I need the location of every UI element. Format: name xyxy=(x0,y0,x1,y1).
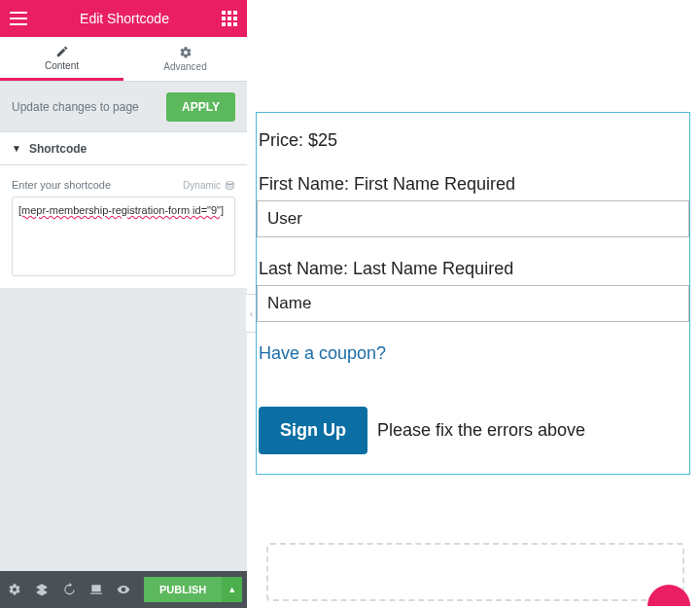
publish-options-button[interactable]: ▲ xyxy=(222,577,242,602)
dynamic-tags-button[interactable]: Dynamic xyxy=(183,180,235,191)
gear-icon xyxy=(179,46,192,59)
tab-advanced[interactable]: Advanced xyxy=(123,37,247,81)
tab-content[interactable]: Content xyxy=(0,37,123,81)
tabs: Content Advanced xyxy=(0,37,247,82)
widgets-grid-icon[interactable] xyxy=(222,11,237,26)
sign-up-button[interactable]: Sign Up xyxy=(259,407,368,454)
bottom-bar: PUBLISH ▲ xyxy=(0,571,247,608)
panel-header: Edit Shortcode xyxy=(0,0,247,37)
settings-icon[interactable] xyxy=(8,583,21,596)
caret-down-icon: ▼ xyxy=(12,143,21,154)
publish-button[interactable]: PUBLISH xyxy=(144,577,222,602)
first-name-label: First Name: xyxy=(259,174,349,194)
last-name-error: Last Name Required xyxy=(353,259,513,278)
panel-title: Edit Shortcode xyxy=(80,11,169,26)
dynamic-label: Dynamic xyxy=(183,180,221,191)
first-name-error: First Name Required xyxy=(354,174,515,194)
history-icon[interactable] xyxy=(62,583,76,596)
price-label: Price: xyxy=(259,130,303,150)
database-icon xyxy=(225,180,235,191)
navigator-icon[interactable] xyxy=(35,583,49,596)
form-error-message: Please fix the errors above xyxy=(377,420,585,441)
tab-label: Content xyxy=(45,60,79,71)
shortcode-textarea[interactable]: [mepr-membership-registration-form id="9… xyxy=(12,197,235,276)
preview-icon[interactable] xyxy=(117,583,130,596)
last-name-input[interactable]: Name xyxy=(257,285,689,322)
price-value: $25 xyxy=(308,130,337,150)
drop-zone[interactable] xyxy=(266,543,684,601)
responsive-icon[interactable] xyxy=(89,583,103,596)
canvas: ‹ Price: $25 First Name: First Name Requ… xyxy=(247,0,700,608)
pencil-icon xyxy=(55,45,69,58)
coupon-link[interactable]: Have a coupon? xyxy=(257,343,689,364)
section-toggle-shortcode[interactable]: ▼ Shortcode xyxy=(0,132,247,165)
update-message: Update changes to page xyxy=(12,100,139,114)
tab-label: Advanced xyxy=(163,61,206,72)
first-name-input[interactable]: User xyxy=(257,200,689,237)
update-bar: Update changes to page APPLY xyxy=(0,82,247,132)
editor-panel: Edit Shortcode Content Advanced Update c… xyxy=(0,0,247,608)
control-label: Enter your shortcode xyxy=(12,179,111,191)
apply-button[interactable]: APPLY xyxy=(166,92,235,122)
menu-icon[interactable] xyxy=(10,12,27,25)
shortcode-widget-preview[interactable]: Price: $25 First Name: First Name Requir… xyxy=(256,112,690,475)
control-shortcode: Enter your shortcode Dynamic [mepr-membe… xyxy=(0,165,247,288)
last-name-label: Last Name: xyxy=(259,259,348,278)
section-title: Shortcode xyxy=(29,142,87,156)
